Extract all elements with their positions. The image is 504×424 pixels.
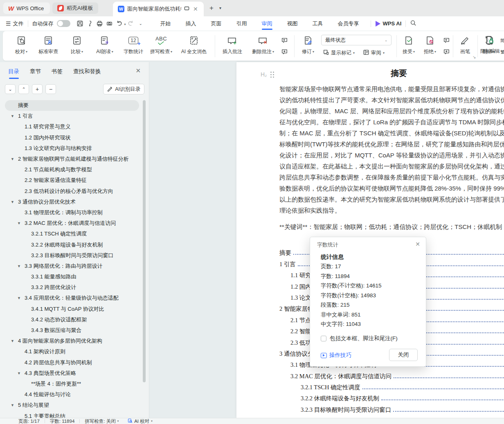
previous-comment-icon[interactable] — [279, 35, 289, 45]
wps-ai-button[interactable]: WPS AI — [375, 20, 402, 27]
include-footnotes-row[interactable]: 包括文本框、脚注和尾注(F) — [321, 335, 398, 342]
ai-polish-button[interactable]: AI 全文润色 — [176, 34, 212, 58]
delete-comment-button[interactable]: 删除批注▾ — [248, 34, 279, 58]
outline-item[interactable]: 1.3 论文研究内容与结构安排 — [0, 143, 144, 154]
outline-item[interactable]: 3.3.1 能量感知路由 — [0, 271, 144, 282]
toc-entry[interactable]: 3.2 MAC 层优化：休眠调度与信道访问 — [279, 370, 504, 381]
sidebar-close-icon[interactable]: ✕ — [135, 67, 141, 74]
word-count-button[interactable]: 12 + 字数统计 — [120, 34, 147, 58]
outline-item[interactable]: 3.3.2 跨层优化设计 — [0, 282, 144, 293]
outline-item[interactable]: ▼3.3 网络层优化：路由与跨层设计 — [0, 261, 144, 271]
outline-item[interactable]: ▼2 智能家居物联网节点能耗建模与通信特征分析 — [0, 154, 144, 164]
next-comment-icon[interactable] — [279, 47, 289, 56]
collapse-arrow-icon[interactable]: ▼ — [11, 114, 14, 118]
sidebar-tab-contents[interactable]: 目录 — [8, 68, 19, 79]
outline-item[interactable]: 3.1 物理层优化：调制与功率控制 — [0, 207, 144, 218]
markup-state-dropdown[interactable]: 最终状态 ⌄ — [321, 35, 392, 45]
outline-item[interactable]: 2.3 低功耗设计的核心矛盾与优化方向 — [0, 186, 144, 197]
restrict-edit-button[interactable]: 限制编辑 — [477, 34, 503, 58]
tab-view[interactable]: 视图 — [280, 16, 305, 31]
dialog-launcher-icon[interactable]: ↘ — [473, 55, 476, 59]
detach-window-icon[interactable] — [184, 6, 189, 12]
next-change-icon[interactable] — [441, 47, 451, 56]
review-pane-button[interactable]: 审阅▾ — [363, 48, 385, 57]
redo-icon[interactable] — [126, 19, 136, 28]
collapse-arrow-icon[interactable]: ▼ — [11, 200, 14, 204]
collapse-arrow-icon[interactable]: ▼ — [17, 264, 21, 268]
tab-page[interactable]: 页面 — [204, 16, 229, 31]
tab-docer-templates[interactable]: 稻壳AI模板 — [52, 2, 98, 14]
ai-read-aloud-button[interactable]: AI朗读▾ — [91, 34, 118, 58]
file-menu-button[interactable]: ☰ 文件 — [6, 20, 24, 27]
save-icon[interactable] — [75, 19, 85, 28]
outline-item[interactable]: 1.2 国内外研究现状 — [0, 132, 144, 143]
toc-entry[interactable]: 3.2.1 TSCH 确定性调度 — [279, 381, 504, 393]
outline-item[interactable]: 3.4.1 MQTT 与 CoAP 协议对比 — [0, 304, 144, 314]
outline-item[interactable]: ▼3 通信协议分层优化技术 — [0, 197, 144, 207]
autosave-toggle[interactable] — [57, 20, 70, 27]
outline-item[interactable]: 3.2.2 休眠终端设备与好友机制 — [0, 239, 144, 250]
export-pdf-icon[interactable] — [85, 19, 95, 28]
insert-comment-button[interactable]: 插入批注 — [219, 34, 246, 58]
reject-change-button[interactable]: 拒绝▾ — [419, 34, 441, 58]
toc-entry[interactable]: 3.2.3 目标唤醒时间与受限访问窗口 — [279, 404, 504, 415]
tab-wps-office[interactable]: W WPS Office — [3, 2, 50, 14]
previous-change-icon[interactable] — [441, 35, 451, 45]
outline-item[interactable]: ▼4 面向智能家居的多层协同优化架构 — [0, 336, 144, 346]
collapse-arrow-icon[interactable]: ▼ — [11, 339, 14, 343]
tab-reference[interactable]: 引用 — [229, 16, 254, 31]
outline-item[interactable]: 5.1 主要贡献总结 — [0, 411, 144, 418]
dialog-close-icon[interactable]: ✕ — [415, 241, 420, 247]
undo-icon[interactable] — [115, 19, 124, 28]
close-tab-icon[interactable]: ✕ — [193, 6, 198, 12]
sidebar-tab-bookmarks[interactable]: 书签 — [52, 68, 63, 79]
outline-item[interactable]: **场景 4：固件更新** — [0, 379, 144, 389]
outline-item[interactable]: 3.2.1 TSCH 确定性调度 — [0, 229, 144, 239]
print-preview-icon[interactable] — [105, 19, 115, 28]
spell-check-button[interactable]: ABC 拼写检查▾ — [148, 34, 175, 58]
page-indicator[interactable]: 页面: 1/17 — [18, 418, 40, 424]
new-tab-icon[interactable]: + — [209, 4, 214, 12]
show-markup-button[interactable]: 显示标记▾ — [323, 48, 355, 57]
outline-item[interactable]: 1.1 研究背景与意义 — [0, 121, 144, 132]
outline-item[interactable]: 2.1 节点能耗构成与数学模型 — [0, 164, 144, 175]
outline-item[interactable]: 4.1 架构设计原则 — [0, 346, 144, 357]
outline-item[interactable]: 3.4.3 数据压缩与聚合 — [0, 325, 144, 336]
collapse-all-button[interactable]: ⌃ — [18, 84, 29, 94]
compare-button[interactable]: 比较▾ — [63, 34, 90, 58]
tab-insert[interactable]: 插入 — [178, 16, 204, 31]
outline-item[interactable]: ▼5 结论与展望 — [0, 400, 144, 411]
tab-review[interactable]: 审阅 — [254, 16, 280, 31]
outline-item[interactable]: 3.2.3 目标唤醒时间与受限访问窗口 — [0, 250, 144, 261]
tab-tools[interactable]: 工具 — [305, 16, 331, 31]
tab-list-chevron-icon[interactable]: ▾ — [219, 6, 221, 10]
track-changes-button[interactable]: 修订▾ — [297, 34, 319, 58]
standard-review-button[interactable]: 标准审查 — [35, 34, 62, 58]
ai-proofread-status[interactable]: AI 校对▾ — [128, 418, 153, 424]
toc-entry[interactable]: 3.3 网络层优化：路由与跨层设计 — [279, 415, 504, 418]
tab-document[interactable]: W 面向智能家居的低功耗物联网 ✕ — [113, 2, 204, 16]
sidebar-tab-find-replace[interactable]: 查找和替换 — [73, 68, 101, 79]
outline-item[interactable]: 3.4.2 动态协议适配框架 — [0, 314, 144, 325]
outline-item[interactable]: ▼3.2 MAC 层优化：休眠调度与信道访问 — [0, 218, 144, 229]
ai-recognize-toc-button[interactable]: AI识别目录 — [103, 84, 144, 94]
toc-entry[interactable]: 3.2.2 休眠终端设备与好友机制 — [279, 393, 504, 404]
outline-item[interactable]: ▼4.3 典型场景优化策略 — [0, 368, 144, 379]
accept-change-button[interactable]: 接受▾ — [398, 34, 419, 58]
outline-item[interactable]: 摘要 — [5, 100, 139, 111]
collapse-arrow-icon[interactable]: ▼ — [11, 403, 14, 407]
outline-item[interactable]: ▼3.4 应用层优化：轻量级协议与动态适配 — [0, 293, 144, 303]
proofread-button[interactable]: 校对▾ — [8, 34, 35, 58]
spellcheck-status[interactable]: 拼写检查: 关闭▾ — [85, 418, 119, 424]
collapse-arrow-icon[interactable]: ▼ — [17, 371, 21, 375]
word-count-indicator[interactable]: 字数: 11894 — [50, 418, 75, 424]
outline-item[interactable]: 4.2 跨层信息共享与协同机制 — [0, 357, 144, 368]
outline-item[interactable]: 4.4 性能评估与讨论 — [0, 389, 144, 400]
expand-all-button[interactable]: ⌄ — [5, 84, 16, 94]
search-icon[interactable] — [410, 20, 416, 27]
print-icon[interactable] — [95, 19, 105, 28]
collapse-arrow-icon[interactable]: ▼ — [17, 296, 21, 300]
quickbar-chevron-icon[interactable]: ⌄ — [136, 19, 146, 28]
include-footnotes-checkbox[interactable] — [321, 336, 326, 341]
dialog-close-button[interactable]: 关闭 — [389, 349, 418, 361]
